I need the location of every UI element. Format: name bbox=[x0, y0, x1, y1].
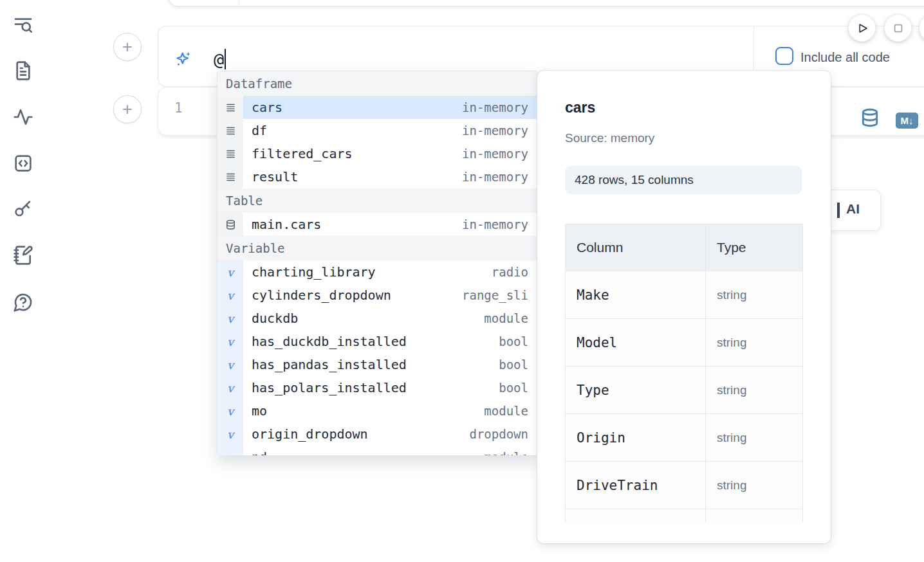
add-cell-below-button[interactable]: + bbox=[113, 95, 142, 123]
sparkles-ai-icon bbox=[174, 50, 193, 69]
file-document-icon[interactable] bbox=[13, 60, 33, 81]
add-cell-above-button[interactable]: + bbox=[113, 33, 142, 61]
completion-section-header: Variable bbox=[217, 236, 538, 260]
completion-item-type: in-memory bbox=[462, 217, 538, 231]
preview-shape-badge: 428 rows, 15 columns bbox=[565, 166, 802, 194]
rows-icon bbox=[217, 142, 243, 165]
ai-side-button-label: AI bbox=[846, 201, 860, 217]
variable-icon: v bbox=[217, 446, 243, 456]
markdown-icon[interactable]: M↓ bbox=[896, 113, 918, 129]
stop-icon bbox=[890, 20, 907, 37]
completion-item-name: mo bbox=[243, 403, 267, 419]
completion-item[interactable]: vmomodule bbox=[217, 399, 538, 422]
ai-prompt-value: @ bbox=[214, 50, 224, 69]
column-type-cell bbox=[706, 509, 803, 523]
completion-item-name: filtered_cars bbox=[243, 146, 353, 161]
help-chat-icon[interactable] bbox=[13, 292, 33, 313]
variable-icon: v bbox=[217, 330, 243, 353]
completion-item-type: module bbox=[484, 450, 538, 456]
completion-item[interactable]: vhas_duckdb_installedbool bbox=[217, 330, 538, 353]
completion-section-header: Table bbox=[217, 188, 538, 213]
column-type-cell: string bbox=[706, 271, 803, 319]
variable-icon: v bbox=[217, 422, 243, 446]
completion-item[interactable]: vduckdbmodule bbox=[217, 307, 538, 330]
completion-item-name: result bbox=[243, 169, 298, 185]
column-name-cell: Make bbox=[566, 271, 706, 319]
completion-item-type: radio bbox=[492, 265, 538, 279]
marimo-notebook: + + @ Include all code 1 M↓ bbox=[0, 0, 924, 562]
column-name-cell: Type bbox=[566, 367, 706, 414]
completion-item-type: in-memory bbox=[462, 123, 538, 138]
column-name-cell: Origin bbox=[566, 414, 706, 462]
completion-item-name: has_pandas_installed bbox=[243, 357, 407, 372]
key-icon[interactable] bbox=[13, 199, 33, 219]
completion-item[interactable]: vpdmodule bbox=[217, 446, 538, 456]
text-search-icon[interactable] bbox=[13, 15, 33, 35]
completion-item[interactable]: carsin-memory bbox=[217, 96, 538, 119]
variable-icon: v bbox=[217, 376, 243, 399]
variable-icon: v bbox=[217, 284, 243, 307]
include-all-code-checkbox[interactable] bbox=[775, 47, 793, 65]
table-row: DriveTrainstring bbox=[566, 462, 803, 509]
completion-item-name: cars bbox=[243, 100, 282, 115]
column-type-cell: string bbox=[706, 319, 803, 367]
completion-item-type: module bbox=[484, 311, 538, 325]
completion-item[interactable]: dfin-memory bbox=[217, 119, 538, 142]
completion-item[interactable]: vorigin_dropdowndropdown bbox=[217, 422, 538, 446]
rows-icon bbox=[217, 96, 243, 119]
completion-section-header: Dataframe bbox=[217, 71, 538, 96]
rows-icon bbox=[217, 165, 243, 188]
completion-item-type: bool bbox=[499, 358, 538, 372]
column-name-cell bbox=[566, 509, 706, 523]
include-all-code-label[interactable]: Include all code bbox=[800, 50, 890, 65]
completion-item-name: charting_library bbox=[243, 264, 376, 280]
type-header: Type bbox=[706, 224, 803, 271]
run-all-button[interactable] bbox=[848, 14, 876, 42]
database-icon[interactable] bbox=[860, 107, 880, 128]
column-header: Column bbox=[566, 224, 706, 271]
preview-schema-table: Column Type MakestringModelstringTypestr… bbox=[565, 224, 803, 522]
completion-item-name: duckdb bbox=[243, 311, 298, 326]
completion-item-type: bool bbox=[499, 381, 538, 395]
variable-icon: v bbox=[217, 260, 243, 284]
completion-item[interactable]: vhas_polars_installedbool bbox=[217, 376, 538, 399]
completion-item-name: origin_dropdown bbox=[243, 426, 368, 442]
completion-item-name: has_duckdb_installed bbox=[243, 334, 407, 349]
completion-item[interactable]: filtered_carsin-memory bbox=[217, 142, 538, 165]
notebook-pen-icon[interactable] bbox=[13, 245, 33, 266]
completion-item-type: dropdown bbox=[469, 427, 538, 441]
variable-icon: v bbox=[217, 307, 243, 330]
cell-gutter-divider bbox=[239, 0, 239, 6]
completion-item-type: in-memory bbox=[462, 147, 538, 161]
preview-table-body: MakestringModelstringTypestringOriginstr… bbox=[566, 271, 803, 523]
activity-icon[interactable] bbox=[13, 107, 33, 127]
completion-item-type: range_sli bbox=[462, 288, 538, 302]
completion-item-name: pd bbox=[243, 449, 267, 456]
completion-item-name: main.cars bbox=[243, 217, 321, 232]
completion-item-type: in-memory bbox=[462, 170, 538, 184]
database-icon bbox=[217, 213, 243, 236]
datasource-preview-card: cars Source: memory 428 rows, 15 columns… bbox=[537, 71, 831, 543]
completion-item[interactable]: main.carsin-memory bbox=[217, 213, 538, 236]
code-square-icon[interactable] bbox=[13, 153, 33, 174]
table-row: Makestring bbox=[566, 271, 803, 319]
variable-icon: v bbox=[217, 353, 243, 376]
completion-item[interactable]: vcylinders_dropdownrange_sli bbox=[217, 284, 538, 307]
completion-item[interactable]: resultin-memory bbox=[217, 165, 538, 188]
column-name-cell: DriveTrain bbox=[566, 462, 706, 509]
rows-icon bbox=[217, 119, 243, 142]
interrupt-button[interactable] bbox=[884, 14, 912, 42]
variable-icon: v bbox=[217, 399, 243, 422]
ai-prompt-input[interactable]: @ bbox=[214, 48, 226, 71]
autocomplete-popup: Dataframecarsin-memorydfin-memoryfiltere… bbox=[217, 71, 539, 456]
column-type-cell: string bbox=[706, 367, 803, 414]
preview-table-container: Column Type MakestringModelstringTypestr… bbox=[565, 224, 803, 522]
preview-title: cars bbox=[565, 99, 595, 116]
text-cursor bbox=[225, 49, 226, 69]
completion-item-name: has_polars_installed bbox=[243, 380, 407, 395]
completion-item[interactable]: vcharting_libraryradio bbox=[217, 260, 538, 284]
completion-item-name: df bbox=[243, 123, 267, 138]
completion-item[interactable]: vhas_pandas_installedbool bbox=[217, 353, 538, 376]
table-header-row: Column Type bbox=[566, 224, 803, 271]
completion-item-name: cylinders_dropdown bbox=[243, 287, 391, 303]
